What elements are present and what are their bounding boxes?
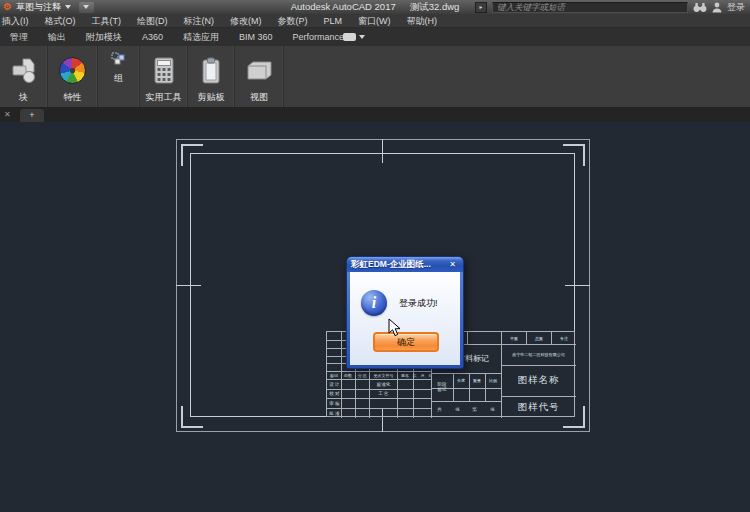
dialog-message: 登录成功!: [399, 297, 438, 310]
trim-mark: [563, 144, 585, 146]
menu-tools[interactable]: 工具(T): [84, 14, 130, 28]
menu-window[interactable]: 窗口(W): [350, 14, 399, 28]
clipboard-icon: [201, 57, 221, 84]
qat-customize-button[interactable]: [79, 2, 94, 13]
trim-mark: [583, 406, 585, 428]
ribbon-minimize-control[interactable]: [343, 33, 365, 41]
panel-view: 视图: [235, 46, 284, 107]
block-button[interactable]: [0, 50, 47, 90]
trim-mark: [181, 426, 203, 428]
tab-bim360[interactable]: BIM 360: [229, 28, 283, 46]
sig-row-label: 设 计: [327, 379, 341, 389]
sig-row-label: 审 核: [327, 398, 341, 408]
tab-manage[interactable]: 管理: [0, 28, 38, 46]
calculator-icon: [154, 57, 174, 84]
panel-clipboard: 剪贴板: [188, 46, 235, 107]
clipboard-button[interactable]: [188, 50, 234, 90]
panel-block: 块: [0, 46, 48, 107]
binoculars-icon[interactable]: [693, 2, 707, 13]
drawing-code-cell: 图样代号: [501, 396, 576, 418]
menu-modify[interactable]: 修改(M): [222, 14, 270, 28]
menu-parametric[interactable]: 参数(P): [270, 14, 316, 28]
search-go-button[interactable]: ►: [475, 2, 487, 13]
menu-plm[interactable]: PLM: [316, 14, 351, 28]
top-cell: 备注: [551, 332, 576, 344]
sig-row-label: 标准化: [369, 379, 397, 389]
dialog-body: i 登录成功! 确定: [350, 272, 460, 365]
top-cell: 总重: [526, 332, 551, 344]
app-title: Autodesk AutoCAD 2017: [291, 1, 396, 12]
group-button[interactable]: [98, 50, 139, 68]
ribbon-panels: 块 特性 组: [0, 46, 750, 108]
sig-row-label: 校 对: [327, 389, 341, 398]
utilities-button[interactable]: [140, 50, 187, 90]
dialog-title-bar[interactable]: 彩虹EDM-企业图纸... ✕: [347, 257, 463, 272]
ribbon-state-icon: [343, 33, 356, 41]
autocad-window: Autodesk AutoCAD 2017测试32.dwg ⚙ 草图与注释 ► …: [0, 0, 750, 512]
chevron-down-icon[interactable]: [65, 5, 71, 9]
edm-login-dialog: 彩虹EDM-企业图纸... ✕ i 登录成功! 确定: [346, 256, 464, 369]
panel-utilities: 实用工具: [140, 46, 188, 107]
panel-properties: 特性: [48, 46, 98, 107]
new-drawing-tab[interactable]: +: [20, 109, 44, 122]
menu-format[interactable]: 格式(O): [37, 14, 84, 28]
file-tab-bar: ✕ +: [0, 108, 750, 122]
centering-mark-right: [565, 285, 590, 286]
title-bar: Autodesk AutoCAD 2017测试32.dwg ⚙ 草图与注释 ► …: [0, 0, 750, 14]
quick-access-toolbar: ⚙ 草图与注释: [3, 0, 94, 14]
signin-button[interactable]: 登录: [727, 1, 745, 14]
ribbon-tab-bar: 管理 输出 附加模块 A360 精选应用 BIM 360 Performance: [0, 28, 750, 46]
centering-mark-left: [176, 285, 201, 286]
dialog-title: 彩虹EDM-企业图纸...: [351, 259, 431, 271]
tab-featured-apps[interactable]: 精选应用: [173, 28, 229, 46]
header-cell: 更改文件号: [369, 371, 397, 379]
search-input[interactable]: [492, 2, 688, 13]
panel-label: 剪贴板: [188, 91, 234, 104]
menu-dimension[interactable]: 标注(N): [176, 14, 223, 28]
color-wheel-icon: [59, 57, 86, 84]
properties-button[interactable]: [48, 50, 97, 90]
panel-group: 组: [98, 46, 140, 107]
view-icon: [247, 61, 272, 80]
tab-output[interactable]: 输出: [38, 28, 76, 46]
trim-mark: [181, 144, 203, 146]
panel-label: 特性: [48, 91, 97, 104]
group-icon: [111, 52, 127, 66]
mouse-cursor: [388, 318, 402, 338]
menu-help[interactable]: 帮助(H): [399, 14, 446, 28]
menu-insert[interactable]: 插入(I): [0, 14, 37, 28]
metric-cell: 重量: [469, 373, 485, 388]
panel-label: 块: [0, 91, 47, 104]
block-icon: [10, 57, 38, 84]
stage-mark-cell: 阶段标记: [431, 373, 453, 401]
menu-bar: 插入(I) 格式(O) 工具(T) 绘图(D) 标注(N) 修改(M) 参数(P…: [0, 14, 750, 28]
header-cell: 签名: [397, 371, 413, 379]
tab-addins[interactable]: 附加模块: [76, 28, 132, 46]
header-cell: 标记: [327, 371, 341, 379]
trim-mark: [181, 406, 183, 428]
sig-row-label: 批 准: [327, 408, 341, 418]
top-cell: 单重: [501, 332, 526, 344]
document-name: 测试32.dwg: [410, 1, 460, 12]
panel-label: 视图: [235, 91, 283, 104]
sig-row-label: 工 艺: [369, 389, 397, 398]
workspace-selector[interactable]: 草图与注释: [16, 1, 61, 14]
infocenter: ► 登录: [475, 1, 745, 13]
tab-a360[interactable]: A360: [132, 28, 173, 46]
user-icon[interactable]: [712, 2, 722, 13]
header-cell: 处数: [341, 371, 355, 379]
chevron-down-icon: [359, 35, 365, 39]
view-button[interactable]: [235, 50, 283, 90]
company-cell: 南宁市二轻二区科技有限公司: [501, 344, 576, 365]
metric-cell: 长度: [453, 373, 469, 388]
file-tab-close-icon[interactable]: ✕: [4, 110, 11, 120]
ok-button[interactable]: 确定: [373, 332, 439, 352]
header-cell: 分 区: [355, 371, 369, 379]
panel-label: 组: [98, 72, 139, 85]
centering-mark-top: [382, 139, 383, 163]
trim-mark: [181, 144, 183, 166]
close-icon[interactable]: ✕: [446, 259, 459, 270]
metric-cell: 比例: [485, 373, 501, 388]
menu-draw[interactable]: 绘图(D): [129, 14, 176, 28]
drawing-name-cell: 图样名称: [501, 365, 576, 396]
